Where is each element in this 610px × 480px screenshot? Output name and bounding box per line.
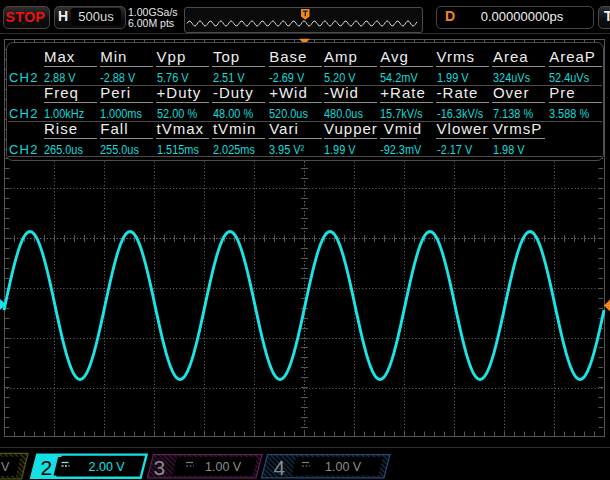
svg-text:1.00 V: 1.00 V — [325, 460, 362, 474]
svg-text:4: 4 — [274, 456, 286, 479]
svg-text:3: 3 — [154, 456, 166, 479]
svg-text:2.00 V: 2.00 V — [89, 460, 126, 474]
svg-text:V: V — [1, 460, 10, 474]
svg-text:2: 2 — [41, 456, 53, 479]
svg-text:1.00 V: 1.00 V — [205, 460, 242, 474]
